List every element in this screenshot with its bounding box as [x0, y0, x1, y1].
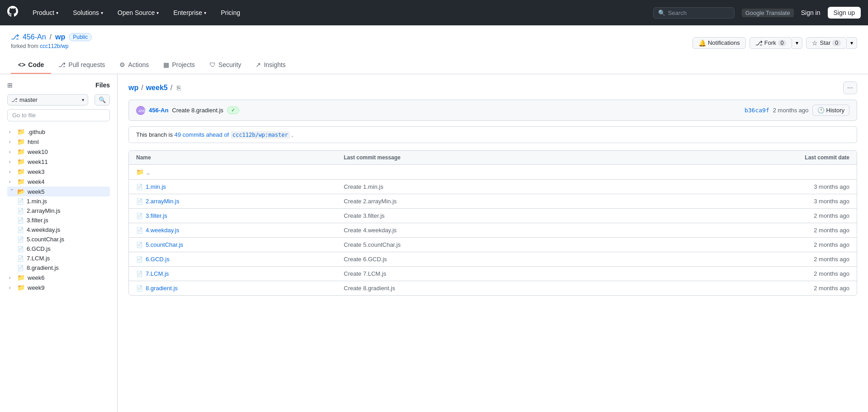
file-icon: 📄 [17, 217, 24, 224]
tree-item-week3[interactable]: › 📁 week3 [7, 167, 110, 177]
tab-code[interactable]: <> Code [11, 57, 51, 74]
more-options-button[interactable]: ··· [843, 81, 857, 94]
folder-icon: 📁 [17, 178, 25, 185]
tab-projects[interactable]: ▦ Projects [156, 57, 202, 74]
tree-item-2arraymin[interactable]: 📄 2.arrayMin.js [15, 206, 110, 216]
parent-dir-row[interactable]: 📁 .. [129, 165, 857, 180]
date-cell: 2 months ago [759, 285, 849, 292]
nav-open-source[interactable]: Open Source ▾ [114, 7, 163, 18]
tree-item-week10[interactable]: › 📁 week10 [7, 147, 110, 157]
table-row: 📄 7.LCM.js Create 7.LCM.js 2 months ago [129, 267, 857, 281]
file-icon: 📄 [17, 265, 24, 271]
file-name-link[interactable]: 📄 4.weekday.js [136, 227, 344, 234]
tree-item-week6[interactable]: › 📁 week6 [7, 273, 110, 283]
file-name-link[interactable]: 📄 8.gradient.js [136, 285, 344, 292]
notifications-button[interactable]: 🔔 Notifications [693, 37, 746, 49]
tree-item-8gradient[interactable]: 📄 8.gradient.js [15, 263, 110, 273]
repo-name[interactable]: wp [55, 33, 65, 41]
breadcrumb-week5-link[interactable]: week5 [146, 84, 168, 92]
tab-actions[interactable]: ⚙ Actions [112, 57, 156, 74]
file-name-link[interactable]: 📄 1.min.js [136, 183, 344, 190]
copy-path-button[interactable]: ⎘ [177, 84, 180, 91]
file-icon: 📄 [17, 227, 24, 233]
commit-message-cell: Create 8.gradient.js [344, 285, 759, 292]
file-icon: 📄 [136, 184, 143, 190]
nav-pricing[interactable]: Pricing [217, 7, 244, 18]
star-dropdown[interactable]: ▾ [847, 37, 857, 49]
branch-selector[interactable]: ⎇ master ▾ [7, 94, 88, 105]
date-cell: 2 months ago [759, 256, 849, 263]
tab-pull-requests[interactable]: ⎇ Pull requests [51, 57, 112, 74]
folder-icon: 📁 [17, 284, 25, 291]
star-button[interactable]: ☆ Star 0 [806, 37, 847, 49]
tree-item-1min[interactable]: 📄 1.min.js [15, 196, 110, 206]
projects-icon: ▦ [163, 61, 169, 68]
file-name-link[interactable]: 📄 7.LCM.js [136, 270, 344, 277]
file-name-link[interactable]: 📄 6.GCD.js [136, 256, 344, 263]
compare-link[interactable]: ccc112b/wp:master [231, 131, 290, 139]
commits-ahead-link[interactable]: 49 commits ahead of [175, 131, 231, 138]
fork-dropdown[interactable]: ▾ [792, 37, 802, 49]
repo-owner[interactable]: 456-An [23, 33, 46, 41]
repo-public-badge: Public [69, 33, 92, 41]
actions-icon: ⚙ [119, 61, 125, 68]
tree-item-7lcm[interactable]: 📄 7.LCM.js [15, 254, 110, 263]
date-cell: 3 months ago [759, 198, 849, 205]
signin-button[interactable]: Sign in [801, 9, 821, 16]
folder-icon: 📁 [17, 138, 25, 145]
verified-badge: ✓ [227, 106, 239, 114]
file-search-button[interactable]: 🔍 [95, 94, 110, 105]
tree-item-4weekday[interactable]: 📄 4.weekday.js [15, 225, 110, 235]
tree-item-6gcd[interactable]: 📄 6.GCD.js [15, 244, 110, 254]
tree-item-html[interactable]: › 📁 html [7, 137, 110, 147]
file-icon: 📄 [136, 271, 143, 277]
commit-right: b36ca9f 2 months ago 🕐 History [745, 105, 849, 116]
commit-author-link[interactable]: 456-An [149, 107, 168, 114]
tree-item-week11[interactable]: › 📁 week11 [7, 157, 110, 167]
file-name-link[interactable]: 📄 3.filter.js [136, 212, 344, 219]
col-commit-msg: Last commit message [344, 154, 759, 161]
file-icon: 📄 [17, 208, 24, 214]
signup-button[interactable]: Sign up [828, 7, 861, 19]
tree-item-week4[interactable]: › 📁 week4 [7, 177, 110, 187]
file-name-link[interactable]: 📄 5.countChar.js [136, 241, 344, 248]
svg-text:456: 456 [138, 109, 145, 113]
notice-prefix: This branch is [136, 131, 173, 138]
sidebar-title: Files [95, 81, 110, 89]
bell-icon: 🔔 [698, 39, 706, 47]
go-to-file-input[interactable] [7, 109, 110, 121]
tree-item-week5[interactable]: › 📂 week5 [7, 187, 110, 196]
folder-icon: 📁 [17, 168, 25, 175]
security-icon: 🛡 [209, 61, 216, 68]
tree-item-5countchar[interactable]: 📄 5.countChar.js [15, 235, 110, 244]
commit-message: Create 8.gradient.js [172, 107, 223, 114]
file-icon: 📄 [17, 246, 24, 252]
tree-item-3filter[interactable]: 📄 3.filter.js [15, 216, 110, 225]
table-row: 📄 3.filter.js Create 3.filter.js 2 month… [129, 209, 857, 223]
file-icon: 📄 [136, 242, 143, 248]
breadcrumb-repo-link[interactable]: wp [128, 84, 138, 92]
tree-item-week9[interactable]: › 📁 week9 [7, 283, 110, 292]
nav-enterprise[interactable]: Enterprise ▾ [170, 7, 210, 18]
history-button[interactable]: 🕐 History [812, 105, 849, 116]
commit-message-cell: Create 5.countChar.js [344, 241, 759, 248]
tree-item-github[interactable]: › 📁 .github [7, 127, 110, 137]
chevron-icon: › [9, 129, 14, 134]
search-box[interactable]: 🔍 Search [653, 7, 735, 19]
commit-hash[interactable]: b36ca9f [745, 107, 769, 114]
fork-source-link[interactable]: ccc112b/wp [40, 43, 68, 49]
folder-icon: 📁 [17, 128, 25, 135]
tab-security[interactable]: 🛡 Security [202, 57, 249, 74]
breadcrumb-sep2: / [171, 84, 172, 92]
folder-icon: 📁 [17, 158, 25, 165]
nav-solutions[interactable]: Solutions ▾ [69, 7, 107, 18]
nav-product[interactable]: Product ▾ [29, 7, 62, 18]
product-chevron-icon: ▾ [56, 10, 58, 15]
tab-insights[interactable]: ↗ Insights [248, 57, 293, 74]
week5-children: 📄 1.min.js 📄 2.arrayMin.js 📄 3.filter.js… [7, 196, 110, 273]
fork-button[interactable]: ⎇ Fork 0 [749, 37, 792, 49]
github-logo[interactable] [7, 6, 18, 19]
insights-icon: ↗ [256, 61, 261, 68]
date-cell: 3 months ago [759, 183, 849, 190]
file-name-link[interactable]: 📄 2.arrayMin.js [136, 198, 344, 205]
